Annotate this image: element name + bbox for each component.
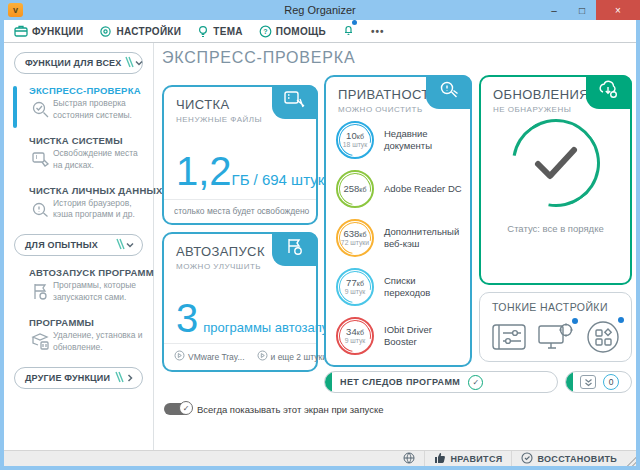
express-check-icon: [29, 98, 51, 122]
ignored-items-pill[interactable]: 0: [565, 371, 632, 393]
chip-label: VMware Tray...: [188, 352, 245, 362]
menu-theme-label: ТЕМА: [213, 26, 243, 37]
programs-icon: [29, 330, 51, 354]
sidebar-item-title: ЧИСТКА ЛИЧНЫХ ДАННЫХ: [29, 185, 143, 196]
updates-card[interactable]: ОБНОВЛЕНИЯ НЕ ОБНАРУЖЕНЫ: [479, 75, 632, 285]
cleaning-count: / 694 штуки: [254, 171, 333, 188]
no-traces-pill[interactable]: НЕТ СЛЕДОВ ПРОГРАММ ✓: [324, 371, 558, 393]
size-ring: 638кб 72 штуки: [336, 219, 374, 257]
chevron-right-icon: [125, 369, 135, 387]
help-icon: ?: [259, 25, 272, 38]
show-at-startup-toggle-row: ✓ Всегда показывать этот экран при запус…: [164, 403, 383, 415]
cleaning-value: 1,2ГБ / 694 штуки: [176, 151, 306, 191]
menu-help[interactable]: ? ПОМОЩЬ: [259, 25, 326, 38]
monitor-gear-icon[interactable]: [536, 321, 576, 353]
chevron-down-icon: [125, 236, 135, 254]
sidebar-item-programs[interactable]: ПРОГРАММЫ Удаление, установка и обновлен…: [14, 317, 143, 354]
active-indicator: [13, 86, 17, 128]
privacy-list: 10кб 18 штук Недавние документы 258кб Ad…: [336, 121, 464, 355]
restore-button[interactable]: ВОССТАНОВИТЬ: [511, 451, 626, 466]
updates-status-text: Статус: все в порядке: [481, 223, 630, 234]
no-traces-label: НЕТ СЛЕДОВ ПРОГРАММ: [340, 377, 460, 387]
sidebar-item-express-check[interactable]: ЭКСПРЕСС-ПРОВЕРКА Быстрая проверка состо…: [14, 85, 143, 122]
chevron-down-icon: [134, 54, 144, 72]
sidebar-item-desc: История браузеров, кэша программ и др.: [53, 198, 143, 222]
ignored-count-badge: 0: [603, 374, 619, 390]
sidebar-group-other[interactable]: ДРУГИЕ ФУНКЦИИ: [14, 367, 143, 389]
disk-clean-icon: [283, 90, 307, 114]
autorun-count: 3: [176, 298, 198, 338]
check-circle-icon: ✓: [468, 375, 483, 390]
autorun-value: 3 программы автозапуска: [176, 298, 306, 338]
menu-settings-label: НАСТРОЙКИ: [116, 26, 181, 37]
close-button[interactable]: ×: [596, 0, 640, 20]
like-button[interactable]: НРАВИТСЯ: [424, 451, 511, 466]
sidebar-item-desc: Программы, которые запускаются сами.: [53, 280, 143, 304]
window-controls: – □ ×: [540, 0, 640, 20]
autorun-chip-vmware[interactable]: VMware Tray...: [174, 350, 245, 363]
autorun-card[interactable]: АВТОЗАПУСК МОЖНО УЛУЧШИТЬ 3 программы ав…: [162, 232, 318, 372]
tweaks-card-title: ТОНКИЕ НАСТРОЙКИ: [480, 293, 631, 313]
cleaning-badge: [272, 85, 318, 119]
svg-text:?: ?: [263, 28, 268, 35]
language-button[interactable]: [394, 451, 424, 466]
sidebar-item-system-clean[interactable]: ЧИСТКА СИСТЕМЫ Освобождение места на дис…: [14, 135, 143, 172]
privacy-item-label: IObit Driver Booster: [384, 324, 464, 349]
sidebar-item-private-clean[interactable]: ЧИСТКА ЛИЧНЫХ ДАННЫХ История браузеров, …: [14, 185, 143, 222]
sidebar-item-desc: Быстрая проверка состояния системы.: [53, 98, 143, 122]
autorun-chip-more[interactable]: и еще 2 штуки: [257, 350, 327, 363]
play-circle-icon: [257, 350, 268, 363]
notification-dot: [572, 318, 578, 324]
toggle-knob: ✓: [179, 401, 193, 415]
sidebar-item-title: АВТОЗАПУСК ПРОГРАММ: [29, 267, 143, 278]
cleaning-card[interactable]: ЧИСТКА НЕНУЖНЫЕ ФАЙЛЫ 1,2ГБ / 694 штуки …: [162, 85, 318, 225]
group-label: ФУНКЦИИ ДЛЯ ВСЕХ: [25, 58, 122, 68]
menu-functions[interactable]: ФУНКЦИИ: [14, 25, 83, 37]
privacy-item-iobit[interactable]: 34кб 9 штук IObit Driver Booster: [336, 317, 464, 355]
stripes-decoration: [113, 369, 125, 387]
maximize-button[interactable]: □: [568, 0, 596, 20]
green-cap: [565, 371, 573, 393]
tweaks-card[interactable]: ТОНКИЕ НАСТРОЙКИ: [479, 292, 632, 362]
tweaks-icons-row: [486, 317, 625, 357]
notification-dot: [618, 317, 624, 323]
titlebar: v Reg Organizer – □ ×: [0, 0, 640, 20]
size-ring: 258кб: [336, 170, 374, 208]
menu-settings[interactable]: НАСТРОЙКИ: [99, 25, 181, 38]
sidebar-item-desc: Удаление, установка и обновление.: [53, 330, 143, 354]
sliders-panel-icon[interactable]: [491, 322, 527, 352]
sidebar-group-for-all[interactable]: ФУНКЦИИ ДЛЯ ВСЕХ: [14, 52, 143, 74]
sidebar-item-title: ЧИСТКА СИСТЕМЫ: [29, 135, 143, 146]
menu-theme[interactable]: ТЕМА: [197, 25, 243, 38]
menu-help-label: ПОМОЩЬ: [276, 26, 326, 37]
autorun-icon: [29, 280, 51, 304]
privacy-item-jump-lists[interactable]: 77кб 9 штук Списки переходов: [336, 268, 464, 306]
sidebar-item-autorun[interactable]: АВТОЗАПУСК ПРОГРАММ Программы, которые з…: [14, 267, 143, 304]
globe-icon: [403, 452, 415, 466]
stripes-decoration: [122, 54, 134, 72]
statusbar: НРАВИТСЯ ВОССТАНОВИТЬ: [4, 450, 636, 466]
privacy-item-web-cache[interactable]: 638кб 72 штуки Дополнительный веб-кэш: [336, 219, 464, 257]
menu-more-button[interactable]: •••: [371, 26, 385, 37]
apps-circle-icon[interactable]: [585, 319, 621, 355]
minimize-button[interactable]: –: [540, 0, 568, 20]
briefcase-icon: [14, 25, 28, 37]
restore-icon: [521, 452, 533, 466]
content-area: ФУНКЦИИ ДЛЯ ВСЕХ ЭКСПРЕСС-ПРОВЕРКА Быстр…: [4, 43, 636, 450]
startup-toggle[interactable]: ✓: [164, 403, 190, 415]
sidebar-group-advanced[interactable]: ДЛЯ ОПЫТНЫХ: [14, 234, 143, 256]
sidebar-item-desc: Освобождение места на дисках.: [53, 148, 143, 172]
like-label: НРАВИТСЯ: [450, 454, 502, 464]
privacy-card[interactable]: ПРИВАТНОСТЬ МОЖНО ОЧИСТИТЬ 10кб 18: [324, 75, 472, 367]
notifications-button[interactable]: [342, 22, 355, 40]
menubar: ФУНКЦИИ НАСТРОЙКИ ТЕМА ? ПОМОЩЬ: [4, 20, 636, 43]
size-ring: 34кб 9 штук: [336, 317, 374, 355]
sidebar-item-title: ПРОГРАММЫ: [29, 317, 143, 328]
privacy-item-adobe-reader[interactable]: 258кб Adobe Reader DC: [336, 170, 464, 208]
resize-grip[interactable]: [626, 456, 636, 466]
menu-functions-label: ФУНКЦИИ: [32, 26, 83, 37]
privacy-item-label: Adobe Reader DC: [384, 183, 462, 195]
privacy-item-label: Недавние документы: [384, 128, 464, 153]
privacy-item-recent-docs[interactable]: 10кб 18 штук Недавние документы: [336, 121, 464, 159]
reg-organizer-window: v Reg Organizer – □ × ФУНКЦИИ НАСТРОЙКИ: [0, 0, 640, 470]
